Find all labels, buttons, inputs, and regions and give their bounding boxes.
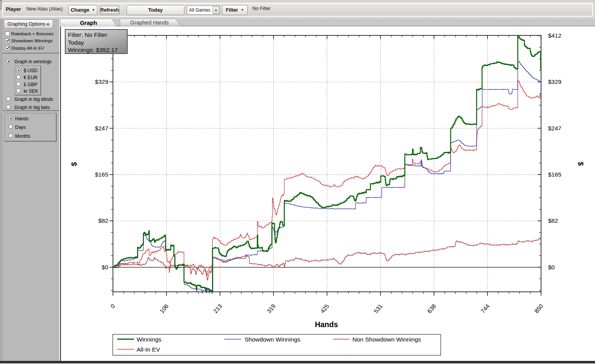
svg-text:$82: $82 [548, 217, 558, 224]
svg-text:0: 0 [109, 303, 116, 309]
svg-text:$: $ [577, 162, 585, 166]
svg-text:$: $ [70, 162, 78, 166]
svg-text:$412: $412 [548, 32, 561, 39]
svg-text:Winnings: Winnings [137, 336, 161, 343]
svg-text:425: 425 [319, 303, 330, 314]
svg-text:Today: Today [68, 39, 84, 46]
svg-text:$0: $0 [548, 264, 555, 270]
svg-text:Filter: No Filter: Filter: No Filter [68, 31, 108, 38]
svg-text:$165: $165 [548, 171, 561, 178]
svg-text:$165: $165 [95, 171, 108, 178]
svg-text:Graphed Hands: Graphed Hands [130, 19, 169, 26]
svg-text:$329: $329 [548, 78, 561, 85]
svg-text:531: 531 [373, 303, 384, 314]
svg-text:Graph: Graph [80, 19, 97, 26]
svg-text:$82: $82 [98, 217, 108, 224]
svg-text:106: 106 [158, 303, 170, 314]
svg-text:213: 213 [212, 303, 223, 314]
svg-text:319: 319 [265, 303, 277, 314]
svg-text:Non Showdown Winnings: Non Showdown Winnings [352, 336, 421, 343]
svg-text:Showdown Winnings: Showdown Winnings [245, 336, 300, 343]
svg-text:Winnings: $352.17: Winnings: $352.17 [68, 47, 118, 53]
svg-text:$247: $247 [548, 125, 561, 132]
svg-text:638: 638 [426, 303, 437, 314]
svg-text:All-In EV: All-In EV [137, 346, 160, 353]
svg-text:$247: $247 [95, 125, 108, 132]
svg-text:Hands: Hands [315, 320, 338, 329]
svg-text:$0: $0 [102, 264, 109, 270]
svg-text:$329: $329 [95, 78, 108, 85]
svg-text:850: 850 [533, 303, 544, 314]
svg-text:744: 744 [479, 303, 491, 314]
